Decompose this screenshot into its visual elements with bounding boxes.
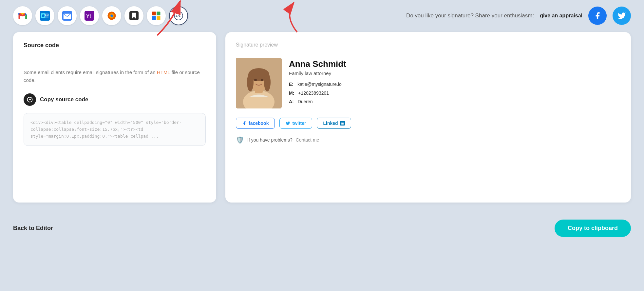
svg-text:Y!: Y! [86, 13, 91, 19]
html-link: HTML [157, 69, 170, 75]
address-label: A: [289, 99, 294, 104]
top-right-area: Do you like your signature? Share your e… [406, 7, 631, 25]
source-code-icon-btn[interactable]: </> [169, 6, 188, 25]
facebook-btn-label: facebook [249, 121, 269, 126]
twitter-social-circle[interactable] [613, 7, 631, 25]
outlook-icon-btn[interactable] [35, 6, 54, 25]
copy-to-clipboard-button[interactable]: Copy to clipboard [555, 220, 631, 237]
office-icon-btn[interactable] [147, 6, 166, 25]
profile-photo [236, 58, 282, 108]
gmail-icon-btn[interactable] [13, 6, 32, 25]
email-label: E: [289, 82, 294, 87]
yahoo-icon-btn[interactable]: Y! [80, 6, 99, 25]
footer-text: If you have problems? [247, 137, 293, 143]
bookmark-icon-btn[interactable] [124, 6, 143, 25]
shield-icon: 🛡️ [236, 136, 244, 144]
sig-email-row: E: katie@mysignature.io [289, 80, 346, 89]
svg-rect-17 [152, 16, 156, 20]
source-code-card: Source code Some email clients require e… [13, 32, 216, 203]
copy-source-label: Copy source code [40, 96, 88, 103]
linkedin-btn-label: Linked [323, 121, 338, 126]
mobile-label: M: [289, 90, 294, 96]
sig-details: E: katie@mysignature.io M: +12023893201 … [289, 80, 346, 106]
svg-point-2 [42, 14, 45, 17]
copy-icon [24, 93, 36, 106]
sig-name: Anna Schmidt [289, 59, 346, 69]
svg-point-31 [264, 73, 271, 91]
social-buttons-row: facebook twitter Linked in [236, 118, 620, 129]
firefox-icon-btn[interactable] [102, 6, 121, 25]
appraisal-text: Do you like your signature? Share your e… [406, 12, 534, 19]
twitter-btn-label: twitter [292, 121, 306, 126]
svg-point-33 [261, 79, 263, 81]
email-client-icons: Y! [13, 6, 188, 25]
contact-me-link[interactable]: Contact me [296, 137, 319, 143]
svg-point-32 [254, 79, 257, 81]
preview-label: Signature preview [236, 42, 620, 48]
sig-mobile: +12023893201 [298, 90, 329, 96]
svg-rect-18 [157, 16, 160, 20]
linkedin-in-badge: in [340, 121, 345, 126]
twitter-social-btn[interactable]: twitter [279, 118, 312, 129]
svg-rect-15 [152, 12, 156, 15]
code-preview[interactable]: <div><div><table cellpadding="0" width="… [24, 113, 206, 146]
top-bar: Y! [0, 0, 644, 29]
source-description: Some email clients require email signatu… [24, 68, 206, 84]
linkedin-social-btn[interactable]: Linked in [317, 118, 351, 129]
svg-text:</>: </> [175, 14, 181, 18]
svg-rect-16 [157, 12, 160, 15]
sig-job-title: Family law attorney [289, 70, 346, 76]
signature-preview-card: Signature preview [225, 32, 631, 203]
bottom-bar: Back to Editor Copy to clipboard [0, 209, 644, 243]
sig-address-row: A: Dueren [289, 97, 346, 106]
mail-app-icon-btn[interactable] [58, 6, 77, 25]
copy-source-code-button[interactable]: Copy source code [24, 93, 88, 106]
svg-rect-3 [45, 13, 48, 18]
sig-address: Dueren [298, 99, 313, 104]
svg-point-12 [110, 14, 113, 17]
main-content: Source code Some email clients require e… [0, 32, 644, 203]
source-code-title: Source code [24, 42, 206, 49]
sig-mobile-row: M: +12023893201 [289, 89, 346, 98]
sig-email: katie@mysignature.io [297, 82, 342, 87]
facebook-social-btn[interactable]: facebook [236, 118, 275, 129]
signature-body: Anna Schmidt Family law attorney E: kati… [236, 58, 620, 108]
back-to-editor-button[interactable]: Back to Editor [13, 225, 53, 232]
facebook-social-circle[interactable] [588, 7, 607, 25]
appraisal-link[interactable]: give an appraisal [540, 13, 582, 19]
sig-footer: 🛡️ If you have problems? Contact me [236, 136, 620, 144]
svg-point-30 [247, 73, 254, 91]
signature-info: Anna Schmidt Family law attorney E: kati… [289, 58, 346, 108]
